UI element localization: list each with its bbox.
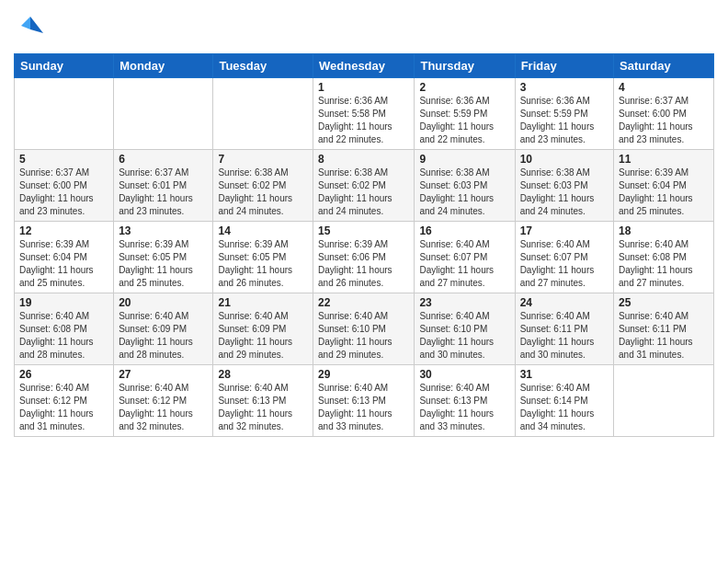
day-info: Sunrise: 6:39 AM Sunset: 6:05 PM Dayligh… <box>218 238 308 290</box>
calendar-cell: 15Sunrise: 6:39 AM Sunset: 6:06 PM Dayli… <box>313 222 415 293</box>
calendar-cell <box>213 78 313 150</box>
calendar-cell: 10Sunrise: 6:38 AM Sunset: 6:03 PM Dayli… <box>515 150 613 222</box>
day-of-week-header: Friday <box>515 54 613 78</box>
calendar-cell <box>614 365 714 437</box>
day-number: 16 <box>419 224 509 237</box>
day-number: 21 <box>218 296 308 309</box>
day-info: Sunrise: 6:37 AM Sunset: 6:01 PM Dayligh… <box>119 167 208 218</box>
day-info: Sunrise: 6:37 AM Sunset: 6:00 PM Dayligh… <box>619 95 709 146</box>
day-number: 11 <box>619 153 709 166</box>
day-number: 25 <box>619 296 709 309</box>
page: SundayMondayTuesdayWednesdayThursdayFrid… <box>0 0 728 563</box>
day-number: 29 <box>318 368 409 381</box>
day-number: 20 <box>119 296 208 309</box>
calendar-week-row: 12Sunrise: 6:39 AM Sunset: 6:04 PM Dayli… <box>15 222 714 293</box>
calendar-cell: 12Sunrise: 6:39 AM Sunset: 6:04 PM Dayli… <box>15 222 114 293</box>
day-info: Sunrise: 6:40 AM Sunset: 6:11 PM Dayligh… <box>619 310 709 362</box>
day-info: Sunrise: 6:40 AM Sunset: 6:12 PM Dayligh… <box>19 382 108 433</box>
day-of-week-header: Tuesday <box>213 54 313 78</box>
day-number: 7 <box>218 153 308 166</box>
day-number: 24 <box>520 296 609 309</box>
day-number: 13 <box>119 224 208 237</box>
day-number: 9 <box>419 153 509 166</box>
day-info: Sunrise: 6:39 AM Sunset: 6:04 PM Dayligh… <box>619 167 709 218</box>
day-of-week-header: Saturday <box>614 54 714 78</box>
day-number: 12 <box>19 224 108 237</box>
day-info: Sunrise: 6:38 AM Sunset: 6:02 PM Dayligh… <box>318 167 409 218</box>
day-number: 4 <box>619 81 709 94</box>
day-info: Sunrise: 6:40 AM Sunset: 6:10 PM Dayligh… <box>419 310 509 362</box>
day-info: Sunrise: 6:39 AM Sunset: 6:04 PM Dayligh… <box>19 238 108 290</box>
calendar-cell: 20Sunrise: 6:40 AM Sunset: 6:09 PM Dayli… <box>114 293 213 365</box>
day-number: 19 <box>19 296 108 309</box>
day-of-week-header: Wednesday <box>313 54 415 78</box>
day-of-week-header: Monday <box>114 54 213 78</box>
day-number: 8 <box>318 153 409 166</box>
calendar-week-row: 26Sunrise: 6:40 AM Sunset: 6:12 PM Dayli… <box>15 365 714 437</box>
day-info: Sunrise: 6:36 AM Sunset: 5:59 PM Dayligh… <box>520 95 609 146</box>
calendar-cell: 26Sunrise: 6:40 AM Sunset: 6:12 PM Dayli… <box>15 365 114 437</box>
calendar-week-row: 5Sunrise: 6:37 AM Sunset: 6:00 PM Daylig… <box>15 150 714 222</box>
calendar-cell: 7Sunrise: 6:38 AM Sunset: 6:02 PM Daylig… <box>213 150 313 222</box>
day-info: Sunrise: 6:39 AM Sunset: 6:05 PM Dayligh… <box>119 238 208 290</box>
day-info: Sunrise: 6:38 AM Sunset: 6:03 PM Dayligh… <box>520 167 609 218</box>
day-info: Sunrise: 6:40 AM Sunset: 6:10 PM Dayligh… <box>318 310 409 362</box>
day-info: Sunrise: 6:36 AM Sunset: 5:58 PM Dayligh… <box>318 95 409 146</box>
calendar-cell <box>15 78 114 150</box>
calendar-cell: 5Sunrise: 6:37 AM Sunset: 6:00 PM Daylig… <box>15 150 114 222</box>
day-info: Sunrise: 6:36 AM Sunset: 5:59 PM Dayligh… <box>419 95 509 146</box>
calendar-cell: 4Sunrise: 6:37 AM Sunset: 6:00 PM Daylig… <box>614 78 714 150</box>
calendar-cell: 24Sunrise: 6:40 AM Sunset: 6:11 PM Dayli… <box>515 293 613 365</box>
calendar-week-row: 19Sunrise: 6:40 AM Sunset: 6:08 PM Dayli… <box>15 293 714 365</box>
day-number: 23 <box>419 296 509 309</box>
day-number: 30 <box>419 368 509 381</box>
calendar-cell: 19Sunrise: 6:40 AM Sunset: 6:08 PM Dayli… <box>15 293 114 365</box>
calendar-cell: 9Sunrise: 6:38 AM Sunset: 6:03 PM Daylig… <box>415 150 515 222</box>
day-number: 31 <box>520 368 609 381</box>
day-of-week-header: Sunday <box>15 54 114 78</box>
day-info: Sunrise: 6:40 AM Sunset: 6:13 PM Dayligh… <box>419 382 509 433</box>
day-number: 28 <box>218 368 308 381</box>
calendar-cell: 23Sunrise: 6:40 AM Sunset: 6:10 PM Dayli… <box>415 293 515 365</box>
calendar-table: SundayMondayTuesdayWednesdayThursdayFrid… <box>14 53 714 437</box>
day-info: Sunrise: 6:40 AM Sunset: 6:07 PM Dayligh… <box>419 238 509 290</box>
calendar-cell: 8Sunrise: 6:38 AM Sunset: 6:02 PM Daylig… <box>313 150 415 222</box>
calendar-cell: 29Sunrise: 6:40 AM Sunset: 6:13 PM Dayli… <box>313 365 415 437</box>
day-info: Sunrise: 6:40 AM Sunset: 6:14 PM Dayligh… <box>520 382 609 433</box>
day-info: Sunrise: 6:40 AM Sunset: 6:11 PM Dayligh… <box>520 310 609 362</box>
calendar-cell: 30Sunrise: 6:40 AM Sunset: 6:13 PM Dayli… <box>415 365 515 437</box>
day-info: Sunrise: 6:38 AM Sunset: 6:03 PM Dayligh… <box>419 167 509 218</box>
calendar-week-row: 1Sunrise: 6:36 AM Sunset: 5:58 PM Daylig… <box>15 78 714 150</box>
day-number: 18 <box>619 224 709 237</box>
day-number: 14 <box>218 224 308 237</box>
calendar-cell: 14Sunrise: 6:39 AM Sunset: 6:05 PM Dayli… <box>213 222 313 293</box>
calendar-cell: 31Sunrise: 6:40 AM Sunset: 6:14 PM Dayli… <box>515 365 613 437</box>
calendar-cell: 22Sunrise: 6:40 AM Sunset: 6:10 PM Dayli… <box>313 293 415 365</box>
calendar-cell: 1Sunrise: 6:36 AM Sunset: 5:58 PM Daylig… <box>313 78 415 150</box>
day-number: 27 <box>119 368 208 381</box>
day-info: Sunrise: 6:39 AM Sunset: 6:06 PM Dayligh… <box>318 238 409 290</box>
day-info: Sunrise: 6:37 AM Sunset: 6:00 PM Dayligh… <box>19 167 108 218</box>
day-info: Sunrise: 6:40 AM Sunset: 6:09 PM Dayligh… <box>119 310 208 362</box>
calendar-cell: 18Sunrise: 6:40 AM Sunset: 6:08 PM Dayli… <box>614 222 714 293</box>
calendar-cell: 2Sunrise: 6:36 AM Sunset: 5:59 PM Daylig… <box>415 78 515 150</box>
calendar-cell: 16Sunrise: 6:40 AM Sunset: 6:07 PM Dayli… <box>415 222 515 293</box>
calendar-cell: 25Sunrise: 6:40 AM Sunset: 6:11 PM Dayli… <box>614 293 714 365</box>
calendar-cell: 11Sunrise: 6:39 AM Sunset: 6:04 PM Dayli… <box>614 150 714 222</box>
logo-icon <box>14 13 47 46</box>
calendar-cell: 17Sunrise: 6:40 AM Sunset: 6:07 PM Dayli… <box>515 222 613 293</box>
calendar-cell: 3Sunrise: 6:36 AM Sunset: 5:59 PM Daylig… <box>515 78 613 150</box>
day-info: Sunrise: 6:40 AM Sunset: 6:07 PM Dayligh… <box>520 238 609 290</box>
day-number: 2 <box>419 81 509 94</box>
day-number: 5 <box>19 153 108 166</box>
day-info: Sunrise: 6:40 AM Sunset: 6:12 PM Dayligh… <box>119 382 208 433</box>
calendar-cell: 28Sunrise: 6:40 AM Sunset: 6:13 PM Dayli… <box>213 365 313 437</box>
header <box>14 9 714 46</box>
calendar-cell: 13Sunrise: 6:39 AM Sunset: 6:05 PM Dayli… <box>114 222 213 293</box>
day-info: Sunrise: 6:40 AM Sunset: 6:08 PM Dayligh… <box>619 238 709 290</box>
calendar-cell <box>114 78 213 150</box>
day-of-week-header: Thursday <box>415 54 515 78</box>
day-number: 6 <box>119 153 208 166</box>
calendar-cell: 21Sunrise: 6:40 AM Sunset: 6:09 PM Dayli… <box>213 293 313 365</box>
logo <box>14 13 51 46</box>
